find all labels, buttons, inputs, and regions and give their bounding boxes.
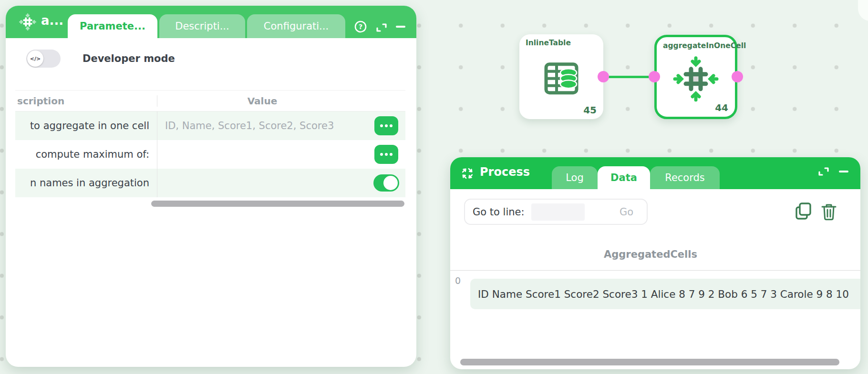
horizontal-scrollbar-thumb[interactable] xyxy=(151,201,404,207)
inline-table-icon xyxy=(539,57,583,101)
ellipsis-button[interactable] xyxy=(374,116,398,135)
process-panel: Process Log Data Records Go to line: Go xyxy=(450,157,860,369)
goto-line-input[interactable] xyxy=(531,203,585,221)
goto-line-group: Go to line: Go xyxy=(464,199,648,225)
tab-configuration[interactable]: Configurati... xyxy=(247,14,345,38)
grid-divider xyxy=(450,270,860,271)
node-connection-line xyxy=(603,76,654,78)
column-header-description: scription xyxy=(15,95,157,107)
minimize-icon[interactable] xyxy=(837,165,850,178)
value-field xyxy=(157,169,367,197)
tab-log[interactable]: Log xyxy=(552,166,598,189)
panel-title: a... xyxy=(41,13,63,28)
table-row: compute maximum of: xyxy=(15,140,405,169)
aggregate-icon xyxy=(673,56,719,101)
row-index: 0 xyxy=(455,275,461,286)
parameter-table: scription Value to aggregate in one cell… xyxy=(15,90,405,197)
developer-mode-row: </> Developer mode xyxy=(26,50,175,68)
table-row: n names in aggregation xyxy=(15,169,405,197)
parameter-panel-header: a... Paramete... Descripti... Configurat… xyxy=(6,6,416,38)
tab-description[interactable]: Descripti... xyxy=(159,14,245,38)
process-cycle-icon xyxy=(461,167,474,180)
svg-text:?: ? xyxy=(359,23,362,30)
aggregation-toggle[interactable] xyxy=(373,174,399,192)
minimize-icon[interactable] xyxy=(394,20,407,33)
data-column-header: AggregatedCells xyxy=(450,249,851,260)
panel-title: Process xyxy=(480,165,530,179)
tab-records[interactable]: Records xyxy=(650,166,720,189)
delete-button[interactable] xyxy=(821,202,837,221)
corner-window-artifact xyxy=(858,0,868,21)
trash-icon xyxy=(821,202,837,221)
copy-button[interactable] xyxy=(795,202,813,221)
output-port-inline-table[interactable] xyxy=(598,71,609,82)
developer-mode-label: Developer mode xyxy=(83,53,175,64)
help-icon[interactable]: ? xyxy=(354,20,367,33)
value-field[interactable]: ID, Name, Score1, Score2, Score3 xyxy=(157,111,367,140)
table-row: to aggregate in one cell ID, Name, Score… xyxy=(15,111,405,140)
go-button[interactable]: Go xyxy=(617,206,636,218)
value-field[interactable] xyxy=(157,140,367,169)
tab-parameters[interactable]: Paramete... xyxy=(68,14,157,38)
copy-icon xyxy=(795,202,813,221)
node-aggregate-in-one-cell[interactable]: aggregateInOneCell 44 xyxy=(654,35,737,119)
horizontal-scrollbar-thumb[interactable] xyxy=(460,359,839,365)
developer-mode-toggle[interactable]: </> xyxy=(26,50,61,68)
parameter-panel: a... Paramete... Descripti... Configurat… xyxy=(6,6,416,367)
node-inline-table[interactable]: InlineTable 45 xyxy=(519,34,603,119)
node-badge: 44 xyxy=(715,102,728,113)
code-icon: </> xyxy=(27,51,43,67)
data-cell[interactable]: ID Name Score1 Score2 Score3 1 Alice 8 7… xyxy=(470,279,860,309)
parameter-table-header: scription Value xyxy=(15,90,405,111)
node-title: aggregateInOneCell xyxy=(663,41,746,50)
process-panel-header: Process Log Data Records xyxy=(450,157,860,189)
app-root: { "parameter_panel": { "title": "a...", … xyxy=(0,0,868,374)
column-header-value: Value xyxy=(157,95,367,107)
node-title: InlineTable xyxy=(526,39,571,47)
node-badge: 45 xyxy=(583,104,597,116)
tab-data[interactable]: Data xyxy=(598,166,650,189)
input-port-aggregate[interactable] xyxy=(649,71,660,82)
ellipsis-button[interactable] xyxy=(374,145,398,164)
expand-icon[interactable] xyxy=(817,165,830,178)
goto-line-label: Go to line: xyxy=(473,206,525,218)
database-icon xyxy=(560,69,577,88)
output-port-aggregate[interactable] xyxy=(732,71,743,82)
aggregate-icon xyxy=(19,13,36,30)
expand-icon[interactable] xyxy=(375,21,388,34)
